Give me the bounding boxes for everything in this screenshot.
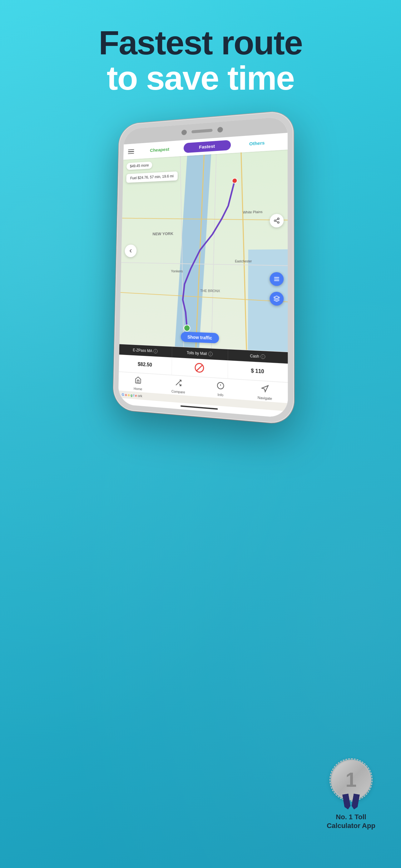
map-area: NEW YORK Yonkers THE BRONX White Plains …: [119, 150, 288, 352]
google-o2: o: [128, 393, 130, 397]
mail-info-icon[interactable]: i: [208, 351, 212, 356]
speaker: [192, 129, 212, 133]
tab-cheapest[interactable]: Cheapest: [137, 143, 182, 156]
show-traffic-button[interactable]: Show traffic: [181, 332, 219, 343]
svg-point-11: [278, 221, 279, 223]
compare-icon: [175, 379, 182, 389]
svg-point-9: [278, 218, 279, 219]
price-more-text: $49.45 more: [130, 163, 149, 168]
info-icon: [217, 381, 225, 392]
bronx-label: THE BRONX: [200, 289, 220, 293]
fuel-info-text: Fuel $24.76, 57 min, 19.6 mi: [130, 174, 174, 180]
hamburger-menu[interactable]: [128, 149, 134, 154]
layers-button[interactable]: [269, 291, 283, 306]
google-g2: g: [131, 393, 132, 397]
ezpass-label: E-ZPass MA: [133, 348, 153, 353]
nav-compare[interactable]: Compare: [158, 377, 199, 395]
yonkers-label: Yonkers: [171, 269, 183, 273]
svg-marker-17: [274, 296, 279, 299]
cash-label: Cash: [250, 354, 259, 359]
svg-line-5: [121, 262, 288, 266]
google-g: G: [122, 393, 124, 396]
white-plains-label: White Plains: [243, 210, 263, 214]
navigate-label: Navigate: [258, 396, 272, 401]
tab-others[interactable]: Others: [232, 136, 282, 150]
no-mail-sign: [195, 363, 204, 373]
navigate-icon: [261, 384, 269, 395]
cash-value: $ 110: [228, 361, 288, 382]
svg-marker-23: [262, 385, 268, 392]
medal-circle: 1: [331, 760, 371, 800]
app-screen: Cheapest Fastest Others NEW YORK Yonkers…: [118, 133, 288, 418]
svg-line-12: [276, 221, 278, 222]
ezpass-value: $82.50: [119, 354, 172, 375]
nav-home[interactable]: Home: [119, 375, 158, 392]
svg-point-7: [184, 324, 190, 331]
google-l: l: [133, 393, 134, 397]
cash-info-icon[interactable]: i: [261, 354, 265, 359]
svg-line-13: [276, 219, 278, 220]
eastchester-label: Eastchester: [235, 259, 252, 263]
svg-line-4: [122, 213, 288, 224]
mail-value: [172, 358, 228, 378]
award-text: No. 1 Toll Calculator App: [326, 813, 376, 831]
menu-button[interactable]: [270, 272, 284, 286]
svg-line-2: [211, 154, 216, 348]
hero-section: Fastest route to save time: [0, 0, 401, 108]
google-e: e: [135, 393, 137, 397]
ezpass-amount: $82.50: [138, 361, 152, 368]
award-line2: Calculator App: [327, 822, 375, 830]
nav-info[interactable]: Info: [199, 380, 242, 398]
nav-navigate[interactable]: Navigate: [242, 383, 288, 402]
maps-text: ork: [138, 394, 142, 398]
svg-line-6: [121, 292, 288, 302]
medal: 1: [326, 760, 376, 810]
ezpass-info-icon[interactable]: i: [153, 349, 157, 353]
tab-fastest[interactable]: Fastest: [183, 140, 231, 153]
price-more-badge: $49.45 more: [127, 161, 153, 170]
hero-line1: Fastest route: [99, 24, 302, 62]
svg-line-0: [178, 156, 186, 347]
info-label: Info: [218, 393, 224, 397]
google-o1: o: [125, 393, 127, 397]
new-york-label: NEW YORK: [153, 231, 173, 236]
home-icon: [135, 376, 142, 385]
phone-wrapper: Cheapest Fastest Others NEW YORK Yonkers…: [0, 108, 401, 439]
award-line1: No. 1 Toll: [336, 813, 366, 821]
front-camera: [181, 129, 187, 135]
phone-device: Cheapest Fastest Others NEW YORK Yonkers…: [113, 110, 294, 425]
cash-amount: $ 110: [251, 368, 264, 375]
front-sensor: [218, 127, 223, 132]
compare-label: Compare: [171, 389, 185, 394]
hero-line2: to save time: [107, 59, 294, 97]
mail-label: Tolls by Mail: [187, 350, 207, 356]
medal-ring: [330, 758, 373, 801]
home-indicator-bar: [180, 405, 218, 410]
home-label: Home: [134, 386, 142, 391]
svg-line-3: [240, 152, 248, 350]
phone-screen: Cheapest Fastest Others NEW YORK Yonkers…: [118, 116, 288, 418]
svg-point-8: [232, 178, 237, 183]
award-badge-section: 1 No. 1 Toll Calculator App: [326, 760, 376, 831]
